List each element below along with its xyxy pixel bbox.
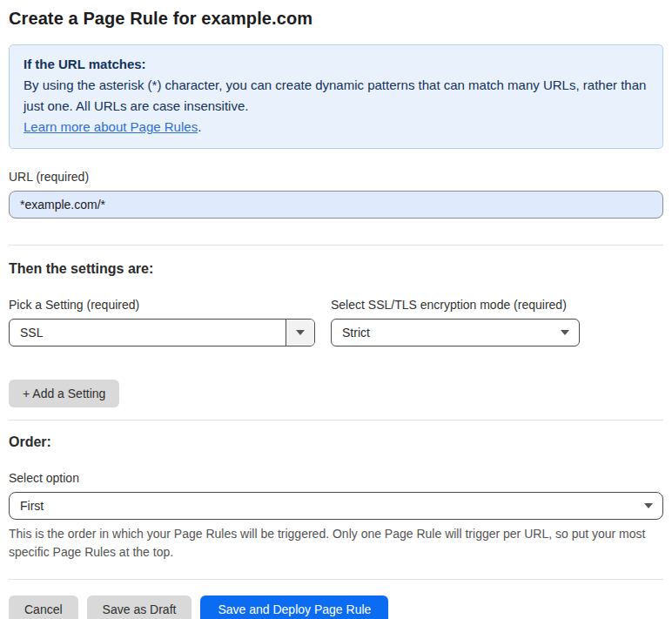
pick-setting-value: SSL (10, 326, 286, 340)
page-rule-form: Create a Page Rule for example.com If th… (0, 0, 672, 619)
chevron-down-icon[interactable] (286, 320, 314, 346)
footer-actions: Cancel Save as Draft Save and Deploy Pag… (9, 595, 663, 619)
save-and-deploy-button[interactable]: Save and Deploy Page Rule (200, 595, 388, 619)
section-divider (9, 579, 663, 580)
info-box-body: By using the asterisk (*) character, you… (24, 75, 648, 117)
order-select[interactable]: First (9, 492, 663, 520)
encryption-mode-value: Strict (332, 326, 550, 340)
link-suffix: . (198, 119, 201, 134)
section-divider (9, 420, 663, 421)
settings-row: Pick a Setting (required) SSL Select SSL… (9, 298, 663, 347)
url-match-info-box: If the URL matches: By using the asteris… (9, 44, 663, 149)
encryption-mode-select[interactable]: Strict (331, 319, 580, 347)
order-section-heading: Order: (9, 434, 663, 450)
pick-setting-select[interactable]: SSL (9, 319, 315, 347)
encryption-mode-label: Select SSL/TLS encryption mode (required… (331, 298, 580, 312)
save-as-draft-button[interactable]: Save as Draft (87, 595, 192, 619)
pick-setting-label: Pick a Setting (required) (9, 298, 315, 312)
encryption-mode-column: Select SSL/TLS encryption mode (required… (331, 298, 580, 347)
cancel-button[interactable]: Cancel (9, 595, 78, 619)
settings-section-heading: Then the settings are: (9, 261, 663, 277)
info-box-link-line: Learn more about Page Rules. (24, 117, 648, 138)
pick-setting-column: Pick a Setting (required) SSL (9, 298, 315, 347)
chevron-down-icon (634, 493, 662, 519)
section-divider (9, 245, 663, 246)
url-input[interactable] (9, 191, 663, 219)
page-title: Create a Page Rule for example.com (9, 9, 663, 29)
url-field-label: URL (required) (9, 170, 663, 184)
order-help-text: This is the order in which your Page Rul… (9, 525, 663, 562)
chevron-down-icon (550, 320, 579, 346)
learn-more-link[interactable]: Learn more about Page Rules (24, 119, 198, 134)
add-setting-button[interactable]: + Add a Setting (9, 380, 119, 407)
order-select-value: First (10, 499, 634, 513)
info-box-heading: If the URL matches: (24, 54, 648, 75)
order-select-label: Select option (9, 471, 663, 485)
